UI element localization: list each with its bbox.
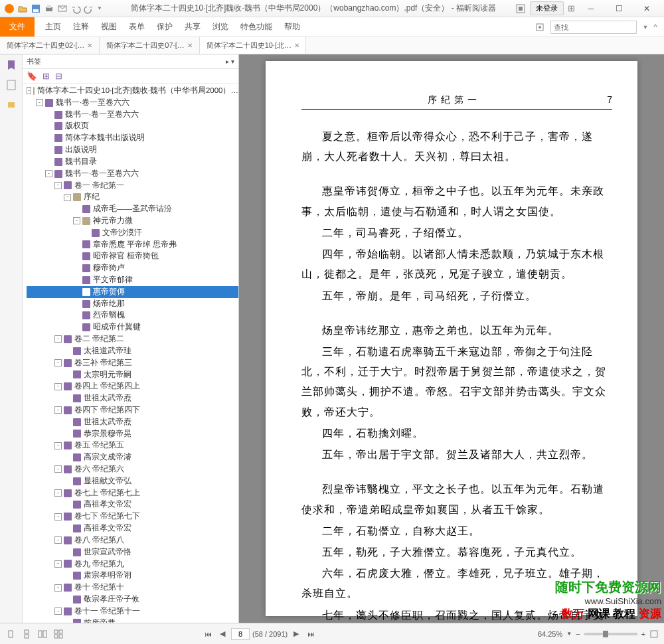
tree-node[interactable]: 前废帝恭 [27, 617, 238, 623]
menu-item[interactable]: 表单 [129, 21, 145, 33]
tree-node[interactable]: 太宗明元帝嗣 [27, 369, 238, 381]
menu-item[interactable]: 浏览 [212, 21, 228, 33]
first-page-button[interactable]: ⏮ [202, 628, 214, 640]
zoom-slider[interactable] [584, 633, 637, 635]
toggle-icon[interactable]: - [54, 513, 62, 521]
doc-tab[interactable]: 简体字本二十四史10·[北…✕ [200, 37, 306, 54]
next-page-button[interactable]: ▶ [290, 628, 302, 640]
toggle-icon[interactable]: - [64, 194, 71, 201]
tree-node[interactable]: 太祖道武帝珪 [27, 345, 238, 357]
view-single-icon[interactable] [5, 629, 16, 639]
tree-node[interactable]: -卷十 帝纪第十 [27, 582, 238, 594]
tree-node[interactable]: 成帝毛——圣武帝诘汾 [27, 203, 238, 215]
toggle-icon[interactable]: - [54, 465, 62, 473]
fit-icon[interactable] [649, 629, 659, 639]
tree-node[interactable]: 平文帝郁律 [27, 274, 238, 286]
menu-item[interactable]: 注释 [73, 21, 89, 33]
zoom-in-button[interactable]: + [641, 630, 645, 638]
panel-menu-icon[interactable]: ▸ ▾ [226, 58, 234, 65]
tree-node[interactable]: 魏书目录 [27, 156, 238, 168]
tree-node[interactable]: 肃宗孝明帝诩 [27, 570, 238, 582]
close-button[interactable]: ✕ [635, 1, 659, 16]
tree-node[interactable]: 穆帝猗卢 [27, 262, 238, 274]
tree-node[interactable]: -卷二 帝纪第二 [27, 333, 238, 345]
toggle-icon[interactable]: - [54, 584, 62, 592]
tree-node[interactable]: -卷六 帝纪第六 [27, 463, 238, 475]
print-icon[interactable] [44, 3, 54, 14]
toggle-icon[interactable]: - [54, 182, 62, 189]
view-cont-facing-icon[interactable] [53, 629, 64, 639]
close-tab-icon[interactable]: ✕ [187, 42, 193, 49]
toggle-icon[interactable]: - [73, 217, 80, 224]
menu-item[interactable]: 主页 [45, 21, 61, 33]
tree-node[interactable]: -卷十一 帝纪第十一 [27, 605, 238, 617]
tree-node[interactable]: 惠帝贺傉 [27, 286, 238, 298]
tree-node[interactable]: 显祖献文帝弘 [27, 475, 238, 487]
tree-node[interactable]: -卷九 帝纪第九 [27, 558, 238, 570]
menu-item[interactable]: 视图 [101, 21, 117, 33]
open-icon[interactable] [17, 3, 28, 14]
maximize-button[interactable]: ☐ [607, 1, 631, 16]
expand-all-icon[interactable]: ⊞ [42, 71, 50, 81]
tree-node[interactable]: 世宗宣武帝恪 [27, 546, 238, 558]
tree-node[interactable]: 世祖太武帝焘 [27, 392, 238, 404]
attach-tab-icon[interactable] [5, 98, 18, 112]
toggle-icon[interactable]: - [54, 607, 62, 615]
tree-node[interactable]: -魏书一·卷一至卷六六 [27, 97, 238, 109]
tree-node[interactable]: 高宗文成帝濬 [27, 451, 238, 463]
tree-node[interactable]: 版权页 [27, 120, 238, 132]
close-tab-icon[interactable]: ✕ [294, 42, 299, 49]
menu-item[interactable]: 保护 [157, 21, 173, 33]
menu-item[interactable]: 共享 [185, 21, 201, 33]
tree-node[interactable]: -卷七下 帝纪第七下 [27, 511, 238, 523]
tree-node[interactable]: 昭帝禄官 桓帝猗㐌 [27, 250, 238, 262]
login-button[interactable]: 未登录 [530, 1, 564, 15]
toggle-icon[interactable]: - [54, 489, 62, 497]
tree-node[interactable]: -简体字本二十四史10·[北齐]魏收·魏书（中华书局2000）… [27, 85, 238, 97]
settings-icon[interactable] [535, 22, 545, 33]
collapse-all-icon[interactable]: ⊟ [55, 71, 62, 81]
tree-node[interactable]: 出版说明 [27, 144, 238, 156]
doc-tab[interactable]: 简体字本二十四史07·[…✕ [100, 37, 199, 54]
minimize-button[interactable]: ─ [579, 1, 603, 16]
collapse-ribbon-icon[interactable]: ^ [653, 23, 657, 32]
close-tab-icon[interactable]: ✕ [87, 42, 92, 49]
tree-node[interactable]: -卷四下 帝纪第四下 [27, 404, 238, 416]
tree-node[interactable]: 魏书一·卷一至卷六六 [27, 109, 238, 121]
tree-node[interactable]: -卷四上 帝纪第四上 [27, 380, 238, 392]
toggle-icon[interactable]: - [45, 170, 52, 177]
mail-icon[interactable] [57, 3, 68, 14]
chevron-down-icon[interactable]: ▼ [642, 24, 648, 31]
tree-node[interactable]: 敬宗孝庄帝子攸 [27, 594, 238, 605]
toggle-icon[interactable]: - [54, 536, 62, 544]
toggle-icon[interactable]: - [54, 335, 62, 343]
view-cont-icon[interactable] [21, 629, 32, 639]
undo-icon[interactable] [70, 3, 81, 14]
page-input[interactable] [231, 628, 250, 640]
tree-node[interactable]: 昭成帝什翼犍 [27, 321, 238, 333]
save-icon[interactable] [31, 3, 41, 14]
search-input[interactable] [550, 21, 637, 34]
grid-icon[interactable]: ⊞ [568, 3, 575, 13]
toggle-icon[interactable]: - [54, 359, 62, 366]
tree-node[interactable]: -卷五 帝纪第五 [27, 440, 238, 451]
toggle-icon[interactable]: - [54, 560, 62, 568]
tree-node[interactable]: 恭宗景穆帝晃 [27, 428, 238, 440]
tree-node[interactable]: 烈帝翳槐 [27, 309, 238, 321]
tree-node[interactable]: 章帝悉鹿 平帝绰 思帝弗 [27, 239, 238, 251]
doc-tab[interactable]: 简体字本二十四史02·[…✕ [0, 37, 100, 54]
view-facing-icon[interactable] [37, 629, 48, 639]
toggle-icon[interactable]: - [54, 383, 62, 390]
tree-node[interactable]: -魏书一·卷一至卷六六 [27, 168, 238, 180]
toggle-icon[interactable]: - [54, 406, 62, 414]
redo-icon[interactable] [84, 3, 94, 14]
menu-item[interactable]: 特色功能 [240, 21, 272, 33]
bookmark-tab-icon[interactable] [5, 58, 18, 72]
zoom-out-button[interactable]: − [576, 630, 580, 638]
tree-node[interactable]: 炀帝纥那 [27, 298, 238, 310]
viewer[interactable]: 序纪第一 7 夏之意。桓帝后以帝得众心，恐不利于己子，害帝，遂崩，大人死者数十人… [239, 54, 664, 623]
pages-tab-icon[interactable] [5, 78, 18, 92]
tree-node[interactable]: -卷三补 帝纪第三 [27, 357, 238, 369]
prev-page-button[interactable]: ◀ [216, 628, 228, 640]
zoom-dropdown-icon[interactable]: ▼ [566, 631, 572, 637]
